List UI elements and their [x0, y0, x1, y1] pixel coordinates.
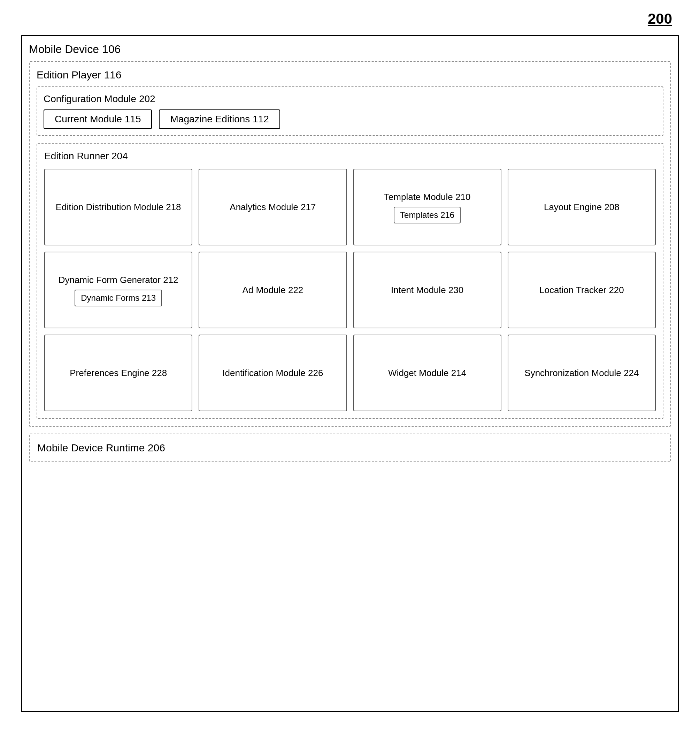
mobile-runtime-box: Mobile Device Runtime 206	[29, 434, 671, 462]
module-cell-edition-distribution: Edition Distribution Module 218	[44, 169, 192, 245]
module-cell-identification-module: Identification Module 226	[199, 335, 347, 411]
module-cell-dynamic-form-generator: Dynamic Form Generator 212Dynamic Forms …	[44, 252, 192, 328]
module-label-ad-module: Ad Module 222	[242, 284, 303, 296]
module-label-identification-module: Identification Module 226	[222, 366, 323, 379]
module-cell-intent-module: Intent Module 230	[353, 252, 501, 328]
edition-runner-label: Edition Runner 204	[44, 150, 656, 162]
module-label-edition-distribution: Edition Distribution Module 218	[56, 201, 181, 213]
module-cell-template: Template Module 210Templates 216	[353, 169, 501, 245]
current-module-button[interactable]: Current Module 115	[44, 109, 152, 129]
module-label-analytics: Analytics Module 217	[229, 201, 316, 213]
modules-grid: Edition Distribution Module 218Analytics…	[44, 169, 656, 411]
module-label-widget-module: Widget Module 214	[388, 366, 466, 379]
module-label-preferences-engine: Preferences Engine 228	[70, 366, 167, 379]
module-label-dynamic-form-generator: Dynamic Form Generator 212	[59, 274, 178, 286]
module-cell-ad-module: Ad Module 222	[199, 252, 347, 328]
module-label-template: Template Module 210	[384, 191, 471, 203]
module-label-intent-module: Intent Module 230	[391, 284, 463, 296]
module-label-location-tracker: Location Tracker 220	[540, 284, 624, 296]
edition-player-label: Edition Player 116	[37, 69, 663, 81]
mobile-runtime-label: Mobile Device Runtime 206	[37, 442, 663, 454]
module-label-synchronization-module: Synchronization Module 224	[524, 366, 639, 379]
inner-box-dynamic-form-generator: Dynamic Forms 213	[75, 290, 162, 306]
config-module-label: Configuration Module 202	[44, 93, 656, 105]
magazine-editions-button[interactable]: Magazine Editions 112	[159, 109, 280, 129]
inner-box-template: Templates 216	[394, 207, 460, 224]
module-cell-location-tracker: Location Tracker 220	[508, 252, 656, 328]
module-cell-preferences-engine: Preferences Engine 228	[44, 335, 192, 411]
module-label-layout-engine: Layout Engine 208	[544, 201, 619, 213]
module-cell-layout-engine: Layout Engine 208	[508, 169, 656, 245]
module-cell-analytics: Analytics Module 217	[199, 169, 347, 245]
edition-player-box: Edition Player 116 Configuration Module …	[29, 61, 671, 427]
mobile-device-label: Mobile Device 106	[29, 43, 671, 56]
edition-runner-box: Edition Runner 204 Edition Distribution …	[37, 143, 663, 419]
config-buttons-row: Current Module 115 Magazine Editions 112	[44, 109, 656, 129]
module-cell-synchronization-module: Synchronization Module 224	[508, 335, 656, 411]
module-cell-widget-module: Widget Module 214	[353, 335, 501, 411]
mobile-device-container: Mobile Device 106 Edition Player 116 Con…	[21, 35, 679, 712]
config-module-box: Configuration Module 202 Current Module …	[37, 87, 663, 136]
page-number: 200	[648, 10, 672, 27]
